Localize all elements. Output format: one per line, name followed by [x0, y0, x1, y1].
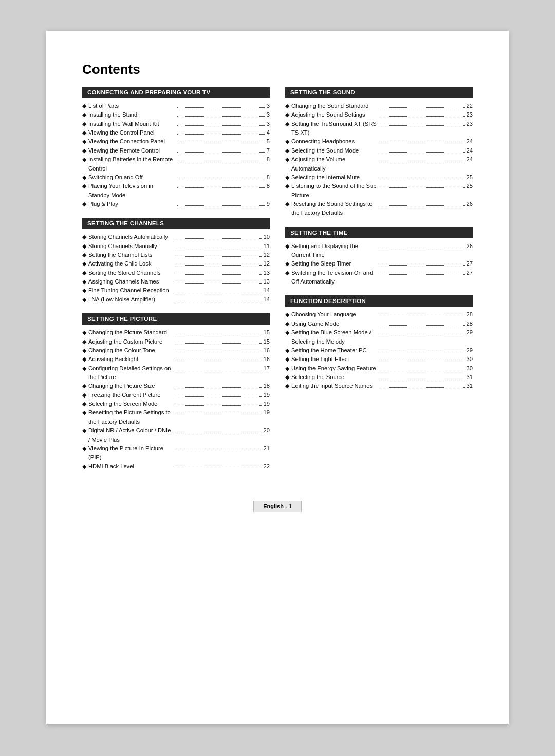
page-title: Contents — [82, 62, 473, 78]
bullet-icon: ◆ — [82, 251, 86, 259]
page-number: 12 — [264, 251, 270, 259]
dot-leader — [379, 152, 464, 153]
item-text: Editing the Input Source Names — [291, 382, 377, 390]
bullet-icon: ◆ — [82, 102, 86, 110]
item-text: Changing the Colour Tone — [88, 346, 174, 355]
page-number: 10 — [264, 233, 270, 241]
dot-leader — [176, 274, 261, 275]
page-number: 30 — [467, 355, 473, 364]
footer-label: English - 1 — [253, 501, 302, 512]
dot-leader — [379, 361, 464, 361]
item-text: Installing the Wall Mount Kit — [88, 120, 175, 128]
bullet-icon: ◆ — [82, 346, 86, 355]
section-header: CONNECTING AND PREPARING YOUR TV — [82, 87, 270, 98]
list-item: ◆Installing the Stand3 — [82, 110, 270, 119]
dot-leader — [379, 161, 464, 161]
item-text: Storing Channels Automatically — [88, 233, 174, 241]
list-item: ◆Activating the Child Lock12 — [82, 259, 270, 268]
page-number: 18 — [264, 382, 270, 390]
item-text: Using the Energy Saving Feature — [291, 364, 377, 373]
list-item: ◆Setting the TruSurround XT (SRS TS XT)2… — [285, 120, 473, 138]
dot-leader — [176, 405, 261, 406]
bullet-icon: ◆ — [82, 110, 86, 119]
list-item: ◆Changing the Sound Standard22 — [285, 102, 473, 110]
dot-leader — [379, 274, 464, 275]
page-number: 28 — [467, 310, 473, 319]
item-text: Setting the Sleep Timer — [291, 259, 377, 268]
bullet-icon: ◆ — [285, 259, 289, 268]
bullet-icon: ◆ — [285, 110, 289, 119]
item-text: Plug & Play — [88, 200, 175, 209]
bullet-icon: ◆ — [285, 310, 289, 319]
dot-leader — [177, 152, 264, 153]
page-number: 4 — [267, 128, 270, 137]
item-text: Setting the Light Effect — [291, 355, 377, 364]
item-text: HDMI Black Level — [88, 462, 174, 471]
list-item: ◆Viewing the Picture In Picture (PIP)21 — [82, 444, 270, 462]
dot-leader — [176, 248, 261, 248]
page-number: 19 — [264, 400, 270, 408]
item-text: Changing the Picture Standard — [88, 328, 174, 337]
page-number: 9 — [267, 200, 270, 209]
list-item: ◆Using Game Mode28 — [285, 319, 473, 328]
item-text: Activating Backlight — [88, 355, 174, 364]
item-text: Activating the Child Lock — [88, 259, 174, 268]
dot-leader — [176, 370, 261, 370]
item-text: Choosing Your Language — [291, 310, 377, 319]
page-number: 3 — [267, 102, 270, 110]
page-number: 26 — [467, 200, 473, 209]
bullet-icon: ◆ — [82, 444, 86, 453]
dot-leader — [176, 292, 261, 292]
dot-leader — [379, 143, 464, 143]
bullet-icon: ◆ — [82, 277, 86, 286]
bullet-icon: ◆ — [82, 328, 86, 337]
toc-section: SETTING THE PICTURE◆Changing the Picture… — [82, 313, 270, 471]
dot-leader — [379, 125, 464, 126]
item-text: Setting and Displaying the Current Time — [291, 242, 377, 260]
list-item: ◆Plug & Play9 — [82, 200, 270, 209]
bullet-icon: ◆ — [82, 426, 86, 435]
bullet-icon: ◆ — [285, 200, 289, 209]
dot-leader — [177, 179, 264, 179]
dot-leader — [379, 325, 464, 326]
dot-leader — [379, 179, 464, 179]
item-text: Selecting the Source — [291, 373, 377, 382]
list-item: ◆Selecting the Internal Mute25 — [285, 173, 473, 182]
bullet-icon: ◆ — [285, 155, 289, 164]
bullet-icon: ◆ — [285, 364, 289, 373]
dot-leader — [379, 107, 464, 108]
list-item: ◆Editing the Input Source Names31 — [285, 382, 473, 390]
page-number: 14 — [264, 286, 270, 295]
item-text: Switching the Television On and Off Auto… — [291, 269, 377, 287]
dot-leader — [379, 334, 464, 334]
list-item: ◆Changing the Colour Tone16 — [82, 346, 270, 355]
dot-leader — [379, 379, 464, 379]
page-number: 8 — [267, 173, 270, 182]
bullet-icon: ◆ — [82, 120, 86, 128]
page-number: 22 — [264, 462, 270, 471]
item-text: Assigning Channels Names — [88, 277, 174, 286]
bullet-icon: ◆ — [82, 391, 86, 400]
list-item: ◆Placing Your Television in Standby Mode… — [82, 182, 270, 200]
page-number: 27 — [467, 259, 473, 268]
list-item: ◆Sorting the Stored Channels13 — [82, 269, 270, 277]
dot-leader — [177, 107, 264, 108]
toc-section: CONNECTING AND PREPARING YOUR TV◆List of… — [82, 87, 270, 209]
list-item: ◆Connecting Headphones24 — [285, 137, 473, 146]
item-text: Digital NR / Active Colour / DNIe / Movi… — [88, 426, 174, 444]
list-item: ◆Assigning Channels Names13 — [82, 277, 270, 286]
item-text: Setting the TruSurround XT (SRS TS XT) — [291, 120, 377, 138]
bullet-icon: ◆ — [82, 337, 86, 346]
item-text: Fine Tuning Channel Reception — [88, 286, 174, 295]
page-number: 25 — [467, 182, 473, 191]
bullet-icon: ◆ — [285, 242, 289, 251]
list-item: ◆Selecting the Screen Mode19 — [82, 400, 270, 408]
list-item: ◆HDMI Black Level22 — [82, 462, 270, 471]
list-item: ◆Setting the Blue Screen Mode / Selectin… — [285, 328, 473, 346]
item-text: Changing the Sound Standard — [291, 102, 377, 110]
page-number: 16 — [264, 346, 270, 355]
bullet-icon: ◆ — [285, 137, 289, 146]
dot-leader — [176, 450, 261, 450]
item-text: Freezing the Current Picture — [88, 391, 174, 400]
bullet-icon: ◆ — [82, 408, 86, 417]
